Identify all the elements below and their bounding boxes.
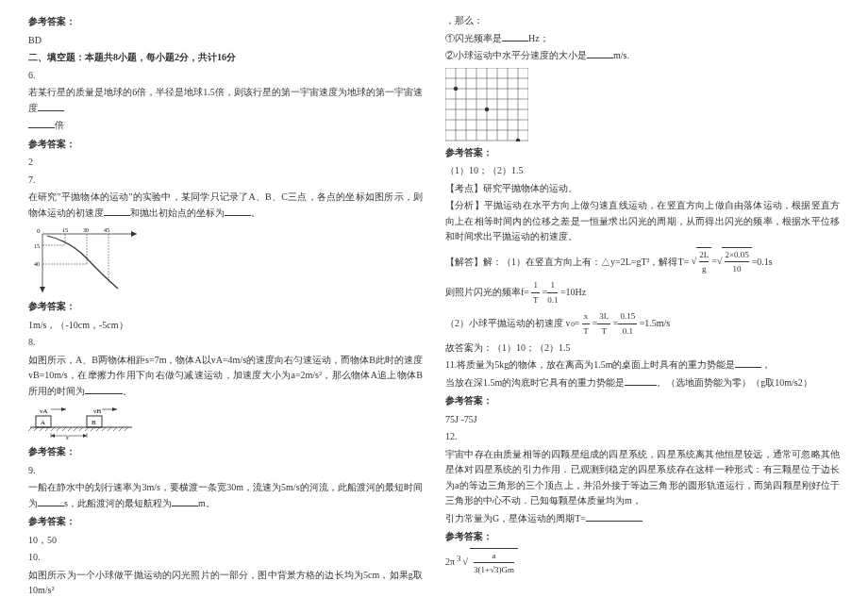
- freq-lead: 则照片闪光的频率f=: [445, 287, 529, 297]
- q10-cont3: ②小球运动中水平分速度的大小是m/s.: [445, 48, 840, 64]
- answer-7: 1m/s，（-10cm，-5cm）: [28, 318, 423, 334]
- q7-mid: 和抛出初始点的坐标为: [130, 207, 225, 218]
- blank: [225, 206, 251, 216]
- svg-marker-24: [112, 407, 117, 411]
- q10-freq-label: ①闪光频率是: [445, 33, 502, 43]
- num: 1: [547, 278, 558, 293]
- svg-line-39: [102, 427, 106, 431]
- left-column: 参考答案： BD 二、填空题：本题共8小题，每小题2分，共计16分 6. 若某行…: [28, 11, 423, 603]
- sqrt-icon: √: [463, 555, 469, 571]
- svg-text:30: 30: [83, 227, 89, 233]
- q10-text: 如图所示为一个小球做平抛运动的闪光照片的一部分，图中背景方格的边长均为5cm，如…: [28, 568, 423, 599]
- q7-number: 7.: [28, 173, 423, 189]
- frac: xT: [582, 309, 591, 339]
- svg-marker-19: [61, 407, 66, 411]
- answer-label: 参考答案：: [445, 145, 840, 161]
- svg-text:B: B: [92, 419, 96, 426]
- answer-10a: （1）10；（2）1.5: [445, 163, 840, 179]
- blank: [172, 496, 198, 506]
- blank: [85, 384, 123, 394]
- q9-text: 一船在静水中的划行速率为3m/s，要横渡一条宽30m，流速为5m/s的河流，此船…: [28, 480, 423, 511]
- answer-10-kd: 【考点】研究平抛物体的运动。: [445, 181, 840, 197]
- answer-10-solve: 【解答】解：（1）在竖直方向上有：△y=2L=gT²，解得T= √2Lg =√2…: [445, 247, 840, 277]
- q6-number: 6.: [28, 68, 423, 84]
- svg-text:45: 45: [104, 227, 109, 233]
- svg-text:s: s: [66, 434, 69, 440]
- blank: [38, 101, 64, 111]
- svg-line-36: [85, 427, 89, 431]
- q11-line1: 11.将质量为5kg的物体，放在离高为1.5m的桌面上时具有的重力势能是: [445, 359, 735, 370]
- svg-line-35: [79, 427, 83, 431]
- num: a: [474, 549, 514, 564]
- blank: [38, 496, 64, 506]
- svg-text:0: 0: [37, 227, 41, 235]
- q10-hz: Hz；: [528, 33, 549, 43]
- frac: 3LT: [597, 309, 610, 339]
- q10-cont1: ，那么：: [445, 13, 840, 29]
- answer-10-freq: 则照片闪光的频率f= 1T =10.1 =10Hz: [445, 278, 840, 307]
- den: 10: [725, 262, 748, 276]
- answer-10-fx: 【分析】平抛运动在水平方向上做匀速直线运动，在竖直方向上做自由落体运动，根据竖直…: [445, 198, 840, 245]
- svg-text:15: 15: [62, 227, 68, 233]
- q11-text2: 当放在深1.5m的沟底时它具有的重力势能是。（选地面势能为零）（g取10m/s2…: [445, 375, 840, 391]
- den: T: [582, 324, 591, 339]
- q6-text: 若某行星的质量是地球的6倍，半径是地球1.5倍，则该行星的第一宇宙速度为地球的第…: [28, 85, 423, 116]
- den: 3(1+√3)Gm: [474, 563, 514, 577]
- q10-grid-svg: [445, 68, 528, 141]
- answer-6: 2: [28, 155, 423, 171]
- freq-result: =10Hz: [560, 287, 586, 297]
- q7-parabola-svg: 0 15 30 45 15 40: [28, 224, 142, 295]
- den: T: [597, 324, 610, 339]
- blank: [104, 206, 130, 216]
- frac: 1T: [531, 278, 540, 307]
- answer-10-final: 故答案为：（1）10；（2）1.5: [445, 340, 840, 357]
- svg-point-67: [454, 86, 458, 90]
- svg-line-30: [51, 427, 55, 431]
- v-lead: （2）小球平抛运动的初速度: [445, 318, 563, 328]
- answer-5: BD: [28, 33, 423, 49]
- svg-line-31: [57, 427, 60, 431]
- q11-text: 11.将质量为5kg的物体，放在离高为1.5m的桌面上时具有的重力势能是，: [445, 357, 840, 373]
- prefix: 2π: [445, 555, 455, 571]
- blank: [587, 49, 613, 59]
- den: g: [699, 262, 709, 276]
- num: 3L: [597, 309, 610, 324]
- q11-line2: 当放在深1.5m的沟底时它具有的重力势能是: [445, 377, 625, 388]
- q9-end: m。: [198, 498, 215, 508]
- svg-text:A: A: [41, 419, 45, 426]
- svg-text:vA: vA: [40, 407, 48, 415]
- q12-number: 12.: [445, 429, 840, 445]
- frac: 0.150.1: [618, 309, 637, 339]
- svg-line-38: [96, 427, 100, 431]
- svg-line-29: [45, 427, 49, 431]
- svg-line-43: [125, 427, 128, 431]
- svg-marker-48: [83, 434, 87, 438]
- num: 0.15: [618, 309, 637, 324]
- den: 0.1: [618, 324, 637, 339]
- frac: a 3(1+√3)Gm: [470, 548, 518, 578]
- q9-mid: s，此船渡河的最短航程为: [64, 498, 172, 508]
- q8-blocks-svg: A vA B vB: [28, 403, 142, 440]
- svg-text:15: 15: [34, 243, 40, 249]
- den: 0.1: [547, 293, 558, 307]
- num: 1: [531, 278, 540, 293]
- q12-line2: 引力常量为G，星体运动的周期T=: [445, 513, 586, 523]
- svg-point-68: [485, 107, 489, 110]
- svg-line-37: [91, 427, 94, 431]
- answer-label: 参考答案：: [445, 529, 840, 545]
- answer-label: 参考答案：: [28, 14, 423, 30]
- v0: v₀=: [566, 318, 580, 328]
- q9-number: 9.: [28, 463, 423, 479]
- den: T: [531, 293, 540, 307]
- svg-line-42: [119, 427, 123, 431]
- svg-line-26: [28, 427, 32, 431]
- answer-label: 参考答案：: [28, 137, 423, 153]
- svg-marker-1: [131, 231, 137, 237]
- num: x: [582, 309, 591, 324]
- answer-label: 参考答案：: [445, 393, 840, 409]
- svg-line-33: [68, 427, 72, 431]
- right-column: ，那么： ①闪光频率是Hz； ②小球运动中水平分速度的大小是m/s. 参考答案：: [445, 11, 840, 603]
- period: 。: [251, 207, 260, 218]
- solve-lead: 【解答】解：（1）在竖直方向上有：△y=2L=gT²，解得T=: [445, 256, 689, 266]
- svg-line-41: [113, 427, 117, 431]
